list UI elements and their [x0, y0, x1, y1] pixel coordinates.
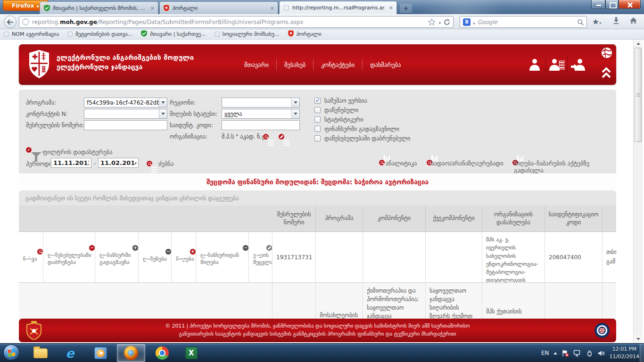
table-header-execution-number[interactable]: შესრულების ნომერი	[272, 206, 316, 232]
user-list-icon[interactable]	[545, 55, 567, 74]
action-center-flag-icon[interactable]	[561, 350, 569, 357]
bookmarks-menu-icon[interactable]	[592, 17, 602, 26]
bookmark-item[interactable]: სოციალური მომსახუ...	[215, 31, 280, 37]
internet-explorer-icon	[66, 347, 74, 360]
taskbar-firefox-button[interactable]	[117, 344, 145, 362]
region-select[interactable]	[222, 98, 300, 107]
new-tab-button[interactable]	[400, 4, 412, 13]
url-bar[interactable]: reporting.moh.gov.ge/Reporting/Pages/Dat…	[19, 16, 454, 28]
taskbar-explorer-button[interactable]	[27, 344, 53, 362]
tab-close-icon[interactable]	[149, 5, 155, 11]
back-button[interactable]	[4, 16, 17, 28]
analytics-link[interactable]: ანალიტიკა	[386, 160, 417, 167]
taskbar-media-player-button[interactable]	[88, 344, 114, 362]
power-plug-icon[interactable]	[586, 350, 593, 357]
user-profile-icon[interactable]	[524, 55, 545, 74]
close-button[interactable]	[619, 0, 641, 9]
user-logout-icon[interactable]	[567, 55, 589, 74]
screen: Firefox მთავარი | საქართველოს შრომის, ..…	[0, 0, 644, 362]
search-label[interactable]: ძებნა	[158, 160, 173, 167]
scrollbar-thumb[interactable]	[635, 48, 642, 142]
collapse-chevron-up-icon[interactable]	[601, 67, 612, 81]
reload-icon[interactable]	[444, 19, 450, 25]
language-indicator[interactable]: EN	[541, 350, 549, 356]
program-label: პროგრამა:	[26, 99, 56, 106]
checkbox-rejected[interactable]	[314, 107, 321, 113]
checkbox-returned-to-institution[interactable]	[314, 135, 321, 141]
language-globe-icon[interactable]	[601, 47, 612, 60]
disputed-link[interactable]: სადაო/არანაზღაურებადი	[431, 160, 504, 167]
window-controls	[591, 0, 641, 9]
taskbar-clock[interactable]: 12:01 PM 11/02/2014	[610, 346, 639, 361]
browser-tab-active[interactable]: http://reporting.m...rsalPrograms.aspx	[279, 1, 397, 14]
nav-item-help[interactable]: დახმარება	[362, 59, 408, 70]
period-to-input[interactable]	[98, 158, 139, 168]
search-box[interactable]	[460, 16, 587, 28]
taskbar-internet-explorer-button[interactable]	[57, 344, 83, 362]
url-text: reporting.moh.gov.ge/Reporting/Pages/Dat…	[32, 19, 425, 25]
contract-select[interactable]	[84, 109, 167, 119]
tab-title: http://reporting.m...rsalPrograms.aspx	[292, 5, 384, 11]
start-button[interactable]	[3, 345, 19, 361]
taskbar-chrome-button[interactable]	[149, 344, 175, 362]
program-select[interactable]: f54c399a-16cf-4762-82db-0	[84, 98, 167, 107]
maximize-button[interactable]	[605, 0, 619, 9]
tab-close-icon[interactable]	[387, 5, 393, 11]
moh-shield-logo-icon	[28, 49, 50, 81]
bookmark-item[interactable]: NOM ავტორიზაცია	[4, 31, 59, 37]
google-search-engine-icon[interactable]	[463, 18, 471, 26]
action-accept[interactable]: + მიღება	[172, 232, 196, 283]
scroll-down-button[interactable]	[634, 335, 643, 343]
action-change-deadline[interactable]: ვადის შეცვლა	[249, 232, 272, 283]
period-separator: -	[94, 160, 96, 167]
ident-code-input[interactable]	[222, 120, 300, 130]
browser-tab-2[interactable]: პორტალი	[159, 1, 278, 14]
vertical-scrollbar[interactable]	[633, 40, 643, 343]
bookmark-item[interactable]: პორტალი	[288, 30, 322, 38]
site-identity-globe-icon[interactable]	[22, 18, 29, 25]
table-header-ident-code[interactable]: საიდენტიფიკაციო კოდი	[545, 206, 603, 232]
home-icon[interactable]	[629, 17, 637, 24]
action-send-to-financial[interactable]: + ფინანსურში გადაგზავნა	[95, 232, 139, 283]
checkbox-statistical[interactable]	[314, 116, 321, 123]
bookmark-star-icon[interactable]	[428, 18, 436, 25]
action-return-to-institution[interactable]: − დაწესებულებაში დაბრუნება	[43, 232, 95, 283]
network-icon[interactable]	[573, 350, 581, 357]
status-select[interactable]: ყველა	[222, 109, 300, 119]
search-magnifier-icon[interactable]	[577, 19, 584, 25]
downloads-icon[interactable]	[612, 16, 620, 25]
show-desktop-button[interactable]	[640, 344, 644, 362]
period-from-input[interactable]	[51, 158, 91, 168]
table-header-organization[interactable]: ორგანიზაციის დასახელება	[482, 206, 545, 232]
volume-icon[interactable]	[597, 350, 605, 357]
nav-item-home[interactable]: მთავარი	[237, 59, 276, 70]
tray-expand-icon[interactable]	[553, 352, 557, 354]
table-header-program[interactable]: პროგრამა	[316, 206, 363, 232]
browser-tab-1[interactable]: მთავარი | საქართველოს შრომის, ...	[40, 1, 158, 14]
nav-item-contacts[interactable]: კონტაქტები	[313, 59, 362, 70]
action-view[interactable]: ნახვა	[19, 232, 43, 283]
acceptance-acts-link[interactable]: მიღება–ჩაბარების აქტებზე გადასვლა	[514, 160, 616, 174]
checkbox-sent-to-financial[interactable]	[314, 126, 321, 132]
checkbox-working-version[interactable]	[314, 98, 321, 104]
table-header-subcomponent[interactable]: ქვეკომპონენტი	[426, 206, 482, 232]
cell-organization: შპს აკ. ვ. ივერიელის სახელობის ენდოკრინო…	[482, 232, 545, 283]
coat-of-arms-favicon-icon	[288, 30, 294, 38]
region-label: რეგიონი:	[170, 99, 196, 106]
checkbox-label: დაწუნებული	[324, 107, 358, 114]
minimize-button[interactable]	[591, 0, 605, 9]
bookmark-item[interactable]: მთავარი | საქართვე...	[141, 30, 206, 38]
search-input[interactable]	[478, 19, 575, 25]
search-engine-dropdown-icon[interactable]	[473, 17, 475, 26]
scroll-up-button[interactable]	[634, 40, 643, 48]
bookmark-item[interactable]: შეტყობინების დათვა...	[67, 31, 132, 37]
execution-number-input[interactable]	[84, 120, 167, 130]
url-dropdown-icon[interactable]	[438, 19, 441, 25]
tab-close-icon[interactable]	[268, 5, 274, 11]
table-header-component[interactable]: კომპონენტი	[363, 206, 426, 232]
taskbar-excel-button[interactable]	[178, 344, 204, 362]
action-reject[interactable]: − დაწუნება	[139, 232, 172, 283]
nav-item-about[interactable]: შესახებ	[276, 59, 313, 70]
filter-confirm-label[interactable]: ფილტრის დადასტურება	[42, 148, 113, 156]
action-receive-from-financial[interactable]: − ფინანსურიდან მიღება	[196, 232, 249, 283]
